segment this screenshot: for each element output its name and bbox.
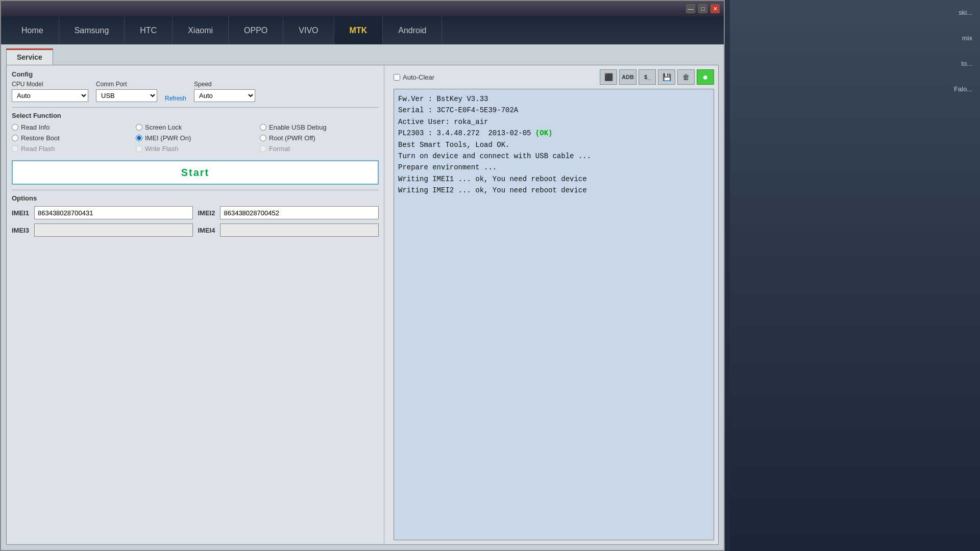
content-area: Service Config CPU Model Auto MTK6572 MT… (1, 44, 724, 550)
console-line-6: Turn on device and connect with USB cabl… (398, 151, 709, 162)
cpu-model-label: CPU Model (12, 81, 88, 88)
start-button[interactable]: Start (12, 160, 379, 185)
comm-port-select[interactable]: USB COM1 (96, 89, 157, 102)
radio-screen-lock[interactable]: Screen Lock (136, 123, 255, 131)
cpu-model-select[interactable]: Auto MTK6572 MTK6580 (12, 89, 88, 102)
delete-icon: 🗑 (682, 73, 690, 81)
console-line-9: Writing IMEI2 ... ok, You need reboot de… (398, 185, 709, 196)
taskbar-label: ski... (959, 9, 972, 16)
console-line-5: Best Smart Tools, Load OK. (398, 139, 709, 151)
taskbar-label: to... (961, 60, 972, 67)
terminal-icon: $_ (644, 74, 650, 80)
tab-service[interactable]: Service (6, 48, 53, 65)
left-panel: Config CPU Model Auto MTK6572 MTK6580 Co… (7, 65, 384, 544)
imei1-input[interactable] (34, 206, 193, 219)
tab-xiaomi[interactable]: Xiaomi (173, 16, 229, 44)
refresh-group: Refresh (165, 95, 186, 102)
function-grid: Read Info Screen Lock Enable USB Debug R… (12, 123, 379, 153)
comm-port-label: Comm Port (96, 81, 157, 88)
console-line-1: Fw.Ver : BstKey V3.33 (398, 93, 709, 105)
service-tab-bar: Service (1, 44, 724, 65)
tab-mtk[interactable]: MTK (334, 16, 383, 44)
toolbar-icons: ⬛ ADB $_ 💾 🗑 (600, 69, 714, 85)
console-ok-indicator: (OK) (535, 129, 553, 137)
tab-oppo[interactable]: OPPO (229, 16, 283, 44)
imei4-label: IMEI4 (198, 227, 215, 234)
terminal-icon-btn[interactable]: $_ (639, 69, 656, 85)
console-line-8: Writing IMEI1 ... ok, You need reboot de… (398, 173, 709, 185)
desktop-taskbar: ski... mix to... Falo... (730, 0, 980, 551)
imei4-input[interactable] (220, 223, 379, 237)
refresh-link[interactable]: Refresh (165, 95, 186, 102)
console-line-7: Prepare environment ... (398, 162, 709, 173)
tab-samsung[interactable]: Samsung (59, 16, 125, 44)
imei3-label: IMEI3 (12, 227, 29, 234)
minimize-button[interactable]: — (686, 4, 695, 13)
speed-select[interactable]: Auto 115200 (194, 89, 255, 102)
taskbar-item-mix[interactable]: mix (730, 26, 980, 51)
status-icon-btn[interactable]: ● (697, 69, 714, 85)
options-label: Options (12, 190, 379, 202)
radio-read-flash: Read Flash (12, 145, 131, 153)
radio-read-info[interactable]: Read Info (12, 123, 131, 131)
radio-restore-boot[interactable]: Restore Boot (12, 134, 131, 142)
auto-clear-checkbox[interactable] (394, 74, 400, 81)
taskbar-item-falo[interactable]: Falo... (730, 77, 980, 102)
radio-write-flash: Write Flash (136, 145, 255, 153)
radio-format: Format (260, 145, 379, 153)
config-label: Config (12, 70, 379, 78)
radio-root-pwr-off[interactable]: Root (PWR Off) (260, 134, 379, 142)
imei-grid: IMEI1 IMEI2 IMEI3 IMEI4 (12, 206, 379, 237)
tab-htc[interactable]: HTC (125, 16, 173, 44)
nav-tabs: Home Samsung HTC Xiaomi OPPO VIVO MTK An… (1, 16, 724, 44)
comm-port-group: Comm Port USB COM1 (96, 81, 157, 102)
radio-imei-pwr-on[interactable]: IMEI (PWR On) (136, 134, 255, 142)
screenshot-icon-btn[interactable]: ⬛ (600, 69, 617, 85)
tab-home[interactable]: Home (6, 16, 59, 44)
taskbar-label: Falo... (954, 85, 972, 93)
taskbar-label: mix (962, 34, 972, 42)
close-button[interactable]: ✕ (710, 4, 720, 13)
radio-enable-usb-debug[interactable]: Enable USB Debug (260, 123, 379, 131)
tab-vivo[interactable]: VIVO (283, 16, 334, 44)
imei2-label: IMEI2 (198, 209, 215, 217)
maximize-button[interactable]: □ (698, 4, 707, 13)
delete-icon-btn[interactable]: 🗑 (677, 69, 695, 85)
status-indicator-icon: ● (703, 72, 708, 83)
auto-clear-label: Auto-Clear (403, 73, 434, 81)
save-icon-btn[interactable]: 💾 (658, 69, 675, 85)
app-window: — □ ✕ Home Samsung HTC Xiaomi OPPO VIVO … (0, 0, 725, 551)
taskbar-item-to[interactable]: to... (730, 51, 980, 77)
tab-android[interactable]: Android (383, 16, 442, 44)
speed-label: Speed (194, 81, 255, 88)
cpu-model-group: CPU Model Auto MTK6572 MTK6580 (12, 81, 88, 102)
console-output: Fw.Ver : BstKey V3.33 Serial : 3C7C-E0F4… (394, 89, 714, 540)
save-icon: 💾 (663, 73, 671, 81)
imei3-input[interactable] (34, 223, 193, 237)
cpu-comm-row: CPU Model Auto MTK6572 MTK6580 Comm Port… (12, 81, 379, 102)
auto-clear-checkbox-label[interactable]: Auto-Clear (394, 73, 434, 81)
console-line-2: Serial : 3C7C-E0F4-5E39-702A (398, 105, 709, 116)
main-panel: Config CPU Model Auto MTK6572 MTK6580 Co… (6, 65, 719, 545)
adb-icon: ADB (622, 74, 634, 80)
console-line-3: Active User: roka_air (398, 116, 709, 128)
adb-icon-btn[interactable]: ADB (619, 69, 636, 85)
console-line-4: PL2303 : 3.4.48.272 2013-02-05 (OK) (398, 128, 709, 139)
right-panel: Auto-Clear ⬛ ADB $_ 💾 (389, 65, 718, 544)
title-bar: — □ ✕ (1, 1, 724, 16)
imei1-label: IMEI1 (12, 209, 29, 217)
console-toolbar: Auto-Clear ⬛ ADB $_ 💾 (394, 69, 714, 85)
taskbar-item-ski[interactable]: ski... (730, 0, 980, 26)
speed-group: Speed Auto 115200 (194, 81, 255, 102)
select-function-label: Select Function (12, 107, 379, 119)
imei2-input[interactable] (220, 206, 379, 219)
screenshot-icon: ⬛ (604, 73, 613, 81)
